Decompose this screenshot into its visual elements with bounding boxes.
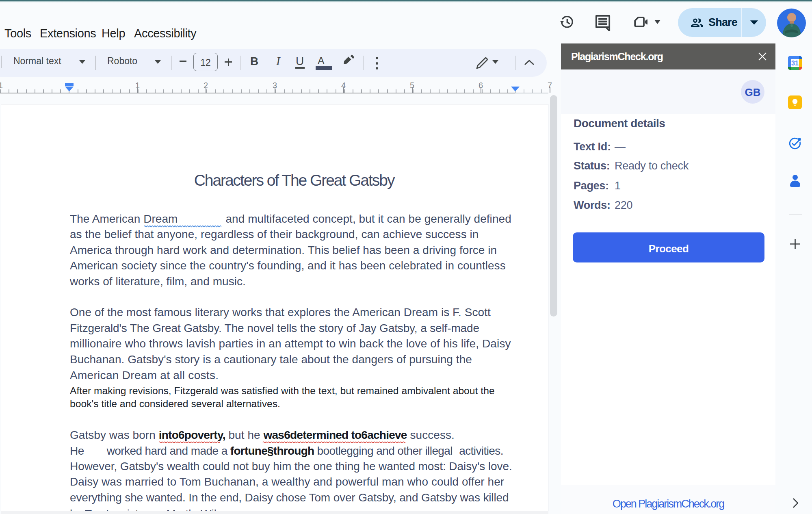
svg-text:31: 31 xyxy=(791,60,799,67)
